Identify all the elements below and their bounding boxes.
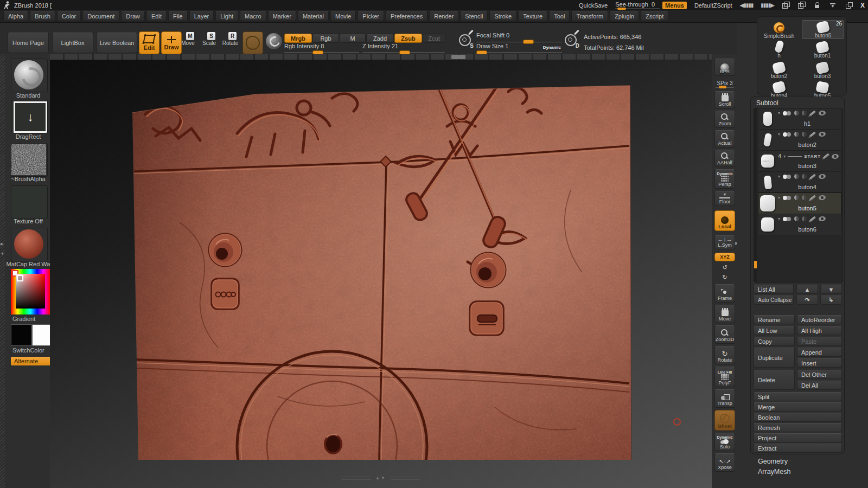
subtool-up-button[interactable]: ▲ [796,285,818,294]
menu-layer[interactable]: Layer [189,11,214,21]
menu-zplugin[interactable]: Zplugin [610,11,639,21]
zcut-button[interactable]: Zcut [423,34,445,43]
visibility-dots-icon[interactable] [783,217,792,221]
menu-transform[interactable]: Transform [571,11,608,21]
canvas-h-scrollbar[interactable] [50,54,712,60]
local-button[interactable]: Local [714,210,735,231]
half-circle-icon[interactable] [794,111,799,115]
bpr-button[interactable]: BPR [714,59,735,76]
edit-button[interactable]: Edit [139,31,159,54]
palette-item-h[interactable]: h [758,41,800,59]
xyz-button[interactable]: XYZ [714,253,735,261]
auto-collapse-button[interactable]: Auto Collapse [754,296,794,305]
close-icon[interactable]: X [860,2,865,9]
paint-pen-icon[interactable] [809,174,816,179]
menu-preferences[interactable]: Preferences [386,11,427,21]
palette-item-buton1[interactable]: buton1 [802,41,843,59]
subtool-scrollbar[interactable] [754,108,757,282]
move-view-button[interactable]: Move [714,305,735,323]
canvas-bottom-handle[interactable]: ▲▼ [342,476,420,480]
palette-item-buton2[interactable]: buton2 [758,61,800,79]
menu-render[interactable]: Render [429,11,458,21]
texture-thumb[interactable] [11,185,48,219]
move-button[interactable]: M Move [181,30,195,51]
subtool-row-buton5-selected[interactable]: ▾ buton5 [758,193,841,214]
half-circle-icon[interactable] [794,132,799,137]
home-page-button[interactable]: Home Page [8,33,49,53]
floor-button[interactable]: ▾ Floor [714,191,735,206]
menu-tool[interactable]: Tool [549,11,570,21]
paint-pen-icon[interactable] [809,216,816,222]
split-button[interactable]: Split [754,392,842,401]
menu-material[interactable]: Material [298,11,329,21]
zoom3d-button[interactable]: Zoom3D [714,325,735,344]
minimize-icon[interactable] [829,2,837,9]
menu-picker[interactable]: Picker [358,11,384,21]
solo-button[interactable]: Dynamic Solo [714,433,735,451]
copy-doc-icon[interactable] [782,2,790,9]
rotate-button[interactable]: R Rotate [223,30,238,51]
menus-toggle-button[interactable]: Menus [662,2,687,9]
arraymesh-section[interactable]: ArrayMesh [758,468,790,476]
boolean-button[interactable]: Boolean [754,413,842,422]
stroke-curve-icon[interactable]: S [458,33,474,49]
zsub-button[interactable]: Zsub [394,34,422,43]
alternate-button[interactable]: Alternate [11,357,53,365]
del-other-button[interactable]: Del Other [797,370,842,379]
m-button[interactable]: M [340,34,366,43]
start-arrow-icon[interactable]: ▾ [783,154,786,159]
eye-icon[interactable] [818,131,826,137]
del-all-button[interactable]: Del All [797,381,842,390]
see-through-slider[interactable]: See-through 0 [615,1,655,9]
rgb-button[interactable]: Rgb [312,34,339,43]
paint-pen-icon[interactable] [809,195,816,201]
project-button[interactable]: Project [754,433,842,442]
autoreorder-button[interactable]: AutoReorder [797,315,842,324]
menu-texture[interactable]: Texture [518,11,547,21]
paint-pen-icon[interactable] [823,153,829,159]
actual-button[interactable]: Actual [714,130,735,147]
draw-button[interactable]: Draw [161,31,182,54]
menu-color[interactable]: Color [57,11,81,21]
matcap-thumb[interactable] [11,228,48,261]
all-high-button[interactable]: All High [797,326,842,335]
collapse-arrow-icon[interactable]: ▾ [778,111,780,115]
collapse-arrow-icon[interactable]: ▾ [778,216,780,221]
all-low-button[interactable]: All Low [754,326,795,335]
zadd-button[interactable]: Zadd [366,34,394,43]
menu-stencil[interactable]: Stencil [460,11,488,21]
persp-button[interactable]: Dynamic Persp [714,169,735,189]
lsym-button[interactable]: ←↓→ L.Sym [714,235,735,249]
menu-macro[interactable]: Macro [240,11,266,21]
viewport[interactable]: ▲▼ [50,60,712,488]
visibility-dots-icon[interactable] [783,111,792,115]
subtool-scroll-marker[interactable] [754,261,757,268]
lock-icon[interactable] [813,2,821,9]
lightbox-button[interactable]: LightBox [52,33,93,53]
rgb-intensity-slider[interactable]: Rgb Intensity 8 [284,43,359,53]
duplicate-button[interactable]: Duplicate [754,348,795,368]
half-circle-icon[interactable] [794,195,799,200]
visibility-dots-icon[interactable] [783,175,792,179]
menu-marker[interactable]: Marker [268,11,296,21]
frame-button[interactable]: Frame [714,284,735,303]
eye-icon[interactable] [818,174,826,179]
focal-shift-slider[interactable]: Focal Shift 0 [476,32,562,42]
remesh-button[interactable]: Remesh [754,423,842,432]
menu-edit[interactable]: Edit [146,11,167,21]
subtool-header[interactable]: Subtool [756,99,778,107]
palette-item-simplebrush[interactable]: SimpleBrush [758,21,800,39]
subtool-down-button[interactable]: ▼ [820,285,842,294]
polyf-button[interactable]: Line Fill PolyF [714,367,735,387]
menu-brush[interactable]: Brush [30,11,55,21]
eye-icon[interactable] [818,195,826,201]
xpose-button[interactable]: ↖·↗Xpose [714,453,735,472]
paint-pen-icon[interactable] [809,110,816,116]
see-through-thumb[interactable] [617,8,626,10]
eye-icon[interactable] [832,153,839,159]
tray-expand-icon[interactable]: ▶ [1,242,3,246]
subtool-row-h1[interactable]: ▾ h1 [758,108,841,130]
paste-doc-icon[interactable] [797,2,806,9]
spix-thumb[interactable] [719,86,726,88]
menu-light[interactable]: Light [215,11,238,21]
